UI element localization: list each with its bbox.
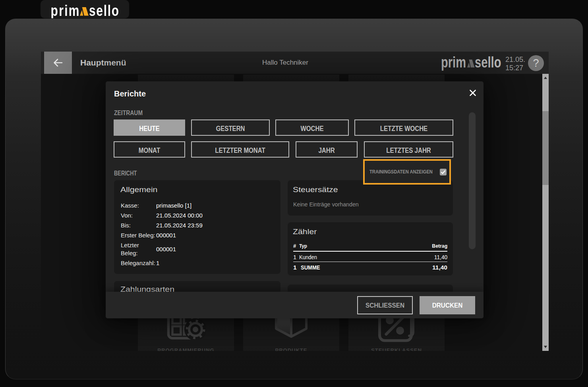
svg-text:prim: prim (441, 54, 466, 71)
svg-text:prim: prim (51, 1, 79, 18)
svg-text:sello: sello (475, 54, 501, 71)
svg-text:sello: sello (89, 1, 119, 18)
